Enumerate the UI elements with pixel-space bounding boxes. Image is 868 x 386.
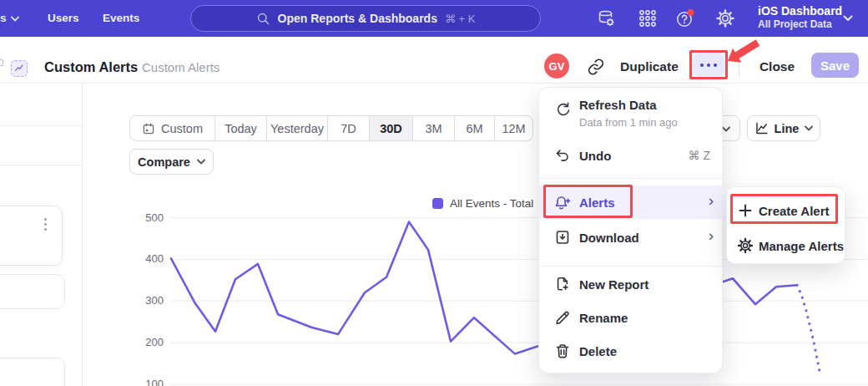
range-label: Yesterday	[270, 122, 324, 135]
chevron-down-icon	[11, 16, 19, 22]
submenu-item-label: Manage Alerts	[759, 239, 844, 253]
chevron-down-icon	[805, 125, 813, 131]
bell-plus-icon	[554, 194, 571, 211]
range-label: Today	[225, 122, 257, 135]
nav-item-events[interactable]: Events	[103, 12, 139, 24]
more-options-button[interactable]	[693, 53, 724, 76]
plus-icon	[737, 202, 754, 219]
range-label: 6M	[466, 122, 482, 135]
collapse-icon	[0, 59, 3, 66]
sidebar-card[interactable]	[0, 206, 63, 266]
menu-item-new-report[interactable]: New Report	[539, 269, 724, 299]
line-chart-icon	[754, 121, 769, 135]
submenu-item-label: Create Alert	[759, 204, 829, 218]
range-label: 3M	[425, 122, 442, 135]
project-selector[interactable]: iOS Dashboard All Project Data	[758, 4, 842, 31]
y-axis-tick: 300	[132, 294, 164, 307]
duplicate-button[interactable]: Duplicate	[620, 59, 679, 74]
report-header: Custom Alerts Custom Alerts GV Duplicate…	[0, 37, 868, 84]
divider	[0, 125, 83, 126]
avatar[interactable]: GV	[544, 53, 569, 79]
copy-link-icon[interactable]	[587, 58, 605, 76]
menu-item-rename[interactable]: Rename	[539, 302, 724, 333]
menu-item-subtitle: Data from 1 min ago	[579, 116, 678, 129]
project-title: iOS Dashboard	[758, 4, 842, 18]
breadcrumb: Custom Alerts	[142, 60, 220, 74]
project-subtitle: All Project Data	[758, 18, 842, 31]
divider	[539, 178, 724, 179]
help-icon[interactable]	[675, 8, 695, 28]
range-label: 30D	[380, 122, 402, 135]
y-axis-tick: 400	[132, 252, 164, 265]
divider	[0, 165, 83, 165]
apps-grid-icon[interactable]	[638, 8, 658, 28]
menu-item-undo[interactable]: Undo ⌘ Z	[539, 141, 724, 170]
search-input[interactable]: Open Reports & Dashboards ⌘ + K	[190, 5, 541, 32]
calendar-icon	[142, 122, 155, 135]
chart-type-button[interactable]: Line	[747, 115, 820, 141]
chevron-right-icon: ›	[709, 226, 714, 245]
sidebar-card[interactable]	[0, 274, 65, 309]
menu-item-label: Delete	[579, 344, 617, 358]
download-icon	[554, 229, 571, 246]
range-12m[interactable]: 12M	[495, 116, 532, 140]
range-7d[interactable]: 7D	[328, 116, 370, 140]
menu-item-label: Download	[579, 231, 639, 245]
nav-item-users[interactable]: Users	[48, 12, 79, 24]
gear-icon[interactable]	[715, 8, 735, 28]
submenu-item-create-alert[interactable]: Create Alert	[727, 196, 846, 226]
undo-icon	[554, 147, 571, 164]
chevron-down-icon	[843, 15, 853, 22]
legend-label: All Events - Total	[450, 197, 533, 210]
range-30d-selected[interactable]: 30D	[370, 116, 413, 140]
menu-item-label: Alerts	[579, 196, 615, 210]
menu-item-shortcut: ⌘ Z	[689, 149, 710, 162]
range-custom[interactable]: Custom	[130, 116, 215, 140]
range-today[interactable]: Today	[215, 116, 267, 140]
more-options-menu: Refresh Data Data from 1 min ago Undo ⌘ …	[538, 87, 723, 373]
gear-icon	[737, 237, 754, 254]
pencil-icon	[554, 309, 571, 326]
range-yesterday[interactable]: Yesterday	[267, 116, 328, 140]
legend-swatch	[432, 198, 443, 209]
range-label: 12M	[502, 122, 525, 135]
save-button[interactable]: Save	[811, 53, 859, 78]
left-sidebar	[0, 84, 83, 386]
chart-type-label: Line	[775, 122, 800, 135]
compare-label: Compare	[138, 155, 190, 169]
submenu-item-manage-alerts[interactable]: Manage Alerts	[727, 231, 846, 261]
divider	[539, 266, 724, 267]
search-icon	[256, 12, 270, 26]
chevron-right-icon: ›	[709, 191, 714, 210]
new-report-icon	[554, 276, 571, 292]
range-3m[interactable]: 3M	[413, 116, 455, 140]
range-6m[interactable]: 6M	[455, 116, 495, 140]
divider	[739, 54, 739, 78]
menu-item-download[interactable]: Download ›	[539, 222, 724, 252]
menu-item-label: Refresh Data	[579, 98, 657, 112]
top-navbar: s Users Events Open Reports & Dashboards…	[0, 0, 868, 37]
menu-item-refresh-data[interactable]: Refresh Data Data from 1 min ago	[539, 96, 724, 138]
trash-icon	[554, 343, 571, 359]
y-axis-tick: 200	[132, 336, 164, 348]
close-button[interactable]: Close	[755, 59, 799, 74]
compare-button[interactable]: Compare	[129, 149, 214, 175]
more-options-icon[interactable]	[44, 218, 47, 231]
refresh-icon	[554, 100, 571, 117]
sidebar-card[interactable]	[0, 358, 65, 386]
y-axis-tick: 500	[132, 211, 164, 224]
legend-item[interactable]: All Events - Total	[432, 197, 533, 210]
date-range-selector: Custom Today Yesterday 7D 30D 3M 6M 12M	[129, 115, 533, 141]
menu-item-delete[interactable]: Delete	[539, 336, 724, 366]
alerts-submenu: Create Alert Manage Alerts	[726, 186, 845, 264]
y-axis-tick: 100	[132, 378, 164, 386]
data-management-icon[interactable]	[596, 8, 616, 28]
mixpanel-report-window: s Users Events Open Reports & Dashboards…	[0, 0, 868, 386]
menu-item-alerts[interactable]: Alerts ›	[539, 185, 724, 219]
chart-projected-line	[797, 285, 820, 376]
notification-dot	[688, 9, 694, 16]
nav-item-partial[interactable]: s	[0, 12, 7, 24]
chevron-down-icon	[197, 159, 205, 165]
search-placeholder: Open Reports & Dashboards	[278, 12, 437, 25]
menu-item-label: New Report	[579, 277, 648, 292]
